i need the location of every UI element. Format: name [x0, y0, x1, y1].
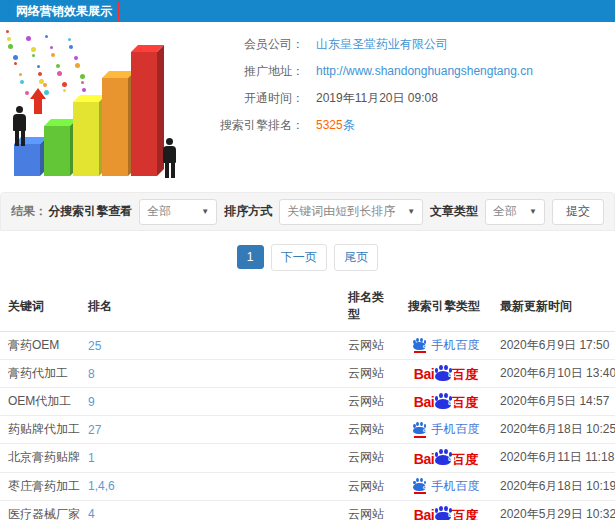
confetti-dot	[62, 82, 67, 87]
confetti-dot	[51, 53, 55, 57]
confetti-dot	[68, 38, 71, 41]
hero-bar	[102, 78, 128, 176]
rank-link[interactable]: 1	[88, 451, 95, 465]
table-header-row: 关键词 排名 排名类型 搜索引擎类型 最新更新时间	[0, 281, 615, 332]
rank-link[interactable]: 1,4,6	[88, 479, 115, 493]
rank-type-cell: 云网站	[340, 500, 400, 520]
baidu-paw-icon: du	[434, 506, 452, 520]
red-underline	[414, 492, 426, 494]
confetti-dot	[69, 45, 73, 49]
confetti-dot	[19, 73, 22, 76]
rank-cell: 1	[80, 444, 340, 472]
baidu-paw-icon: du	[434, 365, 452, 381]
confetti-dot	[38, 72, 42, 76]
company-info-panel: 会员公司： 山东皇圣堂药业有限公司 推广地址： http://www.shand…	[192, 26, 615, 188]
page-button-current[interactable]: 1	[237, 245, 264, 269]
table-row: 北京膏药贴牌 1 云网站 Baidu百度 2020年6月11日 11:18	[0, 444, 615, 472]
article-type-value: 全部	[493, 203, 517, 220]
confetti-dot	[8, 44, 13, 49]
col-header-rank: 排名	[80, 281, 340, 332]
company-label: 会员公司：	[192, 36, 304, 53]
baidu-paw-icon: du	[434, 449, 452, 465]
confetti-dot	[81, 81, 84, 84]
confetti-dot	[25, 91, 29, 95]
table-row: OEM代加工 9 云网站 Baidu百度 2020年6月5日 14:57	[0, 388, 615, 416]
chevron-down-icon: ▼	[529, 207, 537, 216]
col-header-keyword: 关键词	[0, 281, 80, 332]
engine-filter-select[interactable]: 全部 ▼	[139, 199, 217, 225]
rank-link[interactable]: 25	[88, 339, 101, 353]
baidu-paw-icon: du	[413, 422, 427, 435]
update-time-cell: 2020年6月9日 17:50	[492, 332, 615, 360]
engine-type-cell: du手机百度	[400, 416, 492, 444]
rank-link[interactable]: 4	[88, 507, 95, 520]
confetti-dot	[63, 89, 66, 92]
mobile-baidu-badge: du手机百度	[413, 337, 480, 354]
rank-type-cell: 云网站	[340, 416, 400, 444]
table-row: 膏药代加工 8 云网站 Baidu百度 2020年6月10日 13:40	[0, 360, 615, 388]
filter-bar: 结果： 分搜索引擎查看 全部 ▼ 排序方式 关键词由短到长排序 ▼ 文章类型 全…	[0, 192, 615, 231]
confetti-dot	[37, 65, 40, 68]
keyword-cell: 膏药OEM	[0, 332, 80, 360]
hero-chart-image	[0, 26, 192, 186]
rank-link[interactable]: 9	[88, 395, 95, 409]
baidu-logo: Baidu百度	[414, 449, 478, 465]
submit-button[interactable]: 提交	[552, 199, 604, 225]
col-header-update-time: 最新更新时间	[492, 281, 615, 332]
engine-type-cell: du手机百度	[400, 472, 492, 500]
update-time-cell: 2020年6月10日 13:40	[492, 360, 615, 388]
mobile-baidu-badge: du手机百度	[413, 421, 480, 438]
rank-type-cell: 云网站	[340, 472, 400, 500]
keyword-cell: 药贴牌代加工	[0, 416, 80, 444]
update-time-cell: 2020年6月11日 11:18	[492, 444, 615, 472]
confetti-dot	[6, 30, 9, 33]
rank-link[interactable]: 27	[88, 423, 101, 437]
table-row: 药贴牌代加工 27 云网站 du手机百度 2020年6月18日 10:25	[0, 416, 615, 444]
keyword-cell: 膏药代加工	[0, 360, 80, 388]
filter-controls: 分搜索引擎查看 全部 ▼ 排序方式 关键词由短到长排序 ▼ 文章类型 全部 ▼ …	[48, 199, 604, 225]
confetti-dot	[43, 83, 47, 87]
confetti-dot	[57, 71, 62, 76]
chevron-down-icon: ▼	[201, 207, 209, 216]
info-row-company: 会员公司： 山东皇圣堂药业有限公司	[192, 36, 615, 53]
keyword-cell: 北京膏药贴牌	[0, 444, 80, 472]
rank-type-cell: 云网站	[340, 360, 400, 388]
engine-type-cell: Baidu百度	[400, 360, 492, 388]
company-link[interactable]: 山东皇圣堂药业有限公司	[316, 36, 448, 53]
red-underline	[414, 436, 426, 438]
results-table: 关键词 排名 排名类型 搜索引擎类型 最新更新时间 膏药OEM 25 云网站 d…	[0, 281, 615, 520]
confetti-dot	[32, 54, 35, 57]
rank-link[interactable]: 8	[88, 367, 95, 381]
rank-cell: 25	[80, 332, 340, 360]
rank-count-label: 搜索引擎排名：	[192, 117, 304, 134]
keyword-cell: OEM代加工	[0, 388, 80, 416]
title-highlight-box: 网络营销效果展示	[9, 1, 119, 22]
table-row: 枣庄膏药加工 1,4,6 云网站 du手机百度 2020年6月18日 10:19	[0, 472, 615, 500]
businessman-left-icon	[13, 106, 26, 146]
update-time-cell: 2020年6月18日 10:25	[492, 416, 615, 444]
sort-label: 排序方式	[224, 203, 272, 220]
table-row: 膏药OEM 25 云网站 du手机百度 2020年6月9日 17:50	[0, 332, 615, 360]
hero-bar	[44, 126, 70, 176]
last-page-button[interactable]: 尾页	[334, 244, 378, 271]
update-time-cell: 2020年6月18日 10:19	[492, 472, 615, 500]
red-underline	[414, 351, 426, 353]
confetti-dot	[74, 56, 78, 60]
promo-url-link[interactable]: http://www.shandonghuangshengtang.cn	[316, 63, 533, 80]
confetti-dot	[26, 36, 31, 41]
confetti-dot	[45, 35, 48, 38]
article-type-select[interactable]: 全部 ▼	[485, 199, 545, 225]
confetti-dot	[7, 37, 11, 41]
keyword-cell: 枣庄膏药加工	[0, 472, 80, 500]
rank-type-cell: 云网站	[340, 388, 400, 416]
update-time-cell: 2020年5月29日 10:32	[492, 500, 615, 520]
rank-count-unit: 条	[343, 118, 355, 132]
baidu-paw-icon: du	[413, 338, 427, 351]
chevron-down-icon: ▼	[407, 207, 415, 216]
engine-type-cell: Baidu百度	[400, 500, 492, 520]
sort-select[interactable]: 关键词由短到长排序 ▼	[279, 199, 423, 225]
table-body: 膏药OEM 25 云网站 du手机百度 2020年6月9日 17:50 膏药代加…	[0, 332, 615, 520]
confetti-dot	[56, 64, 60, 68]
next-page-button[interactable]: 下一页	[271, 244, 327, 271]
confetti-dot	[80, 74, 85, 79]
